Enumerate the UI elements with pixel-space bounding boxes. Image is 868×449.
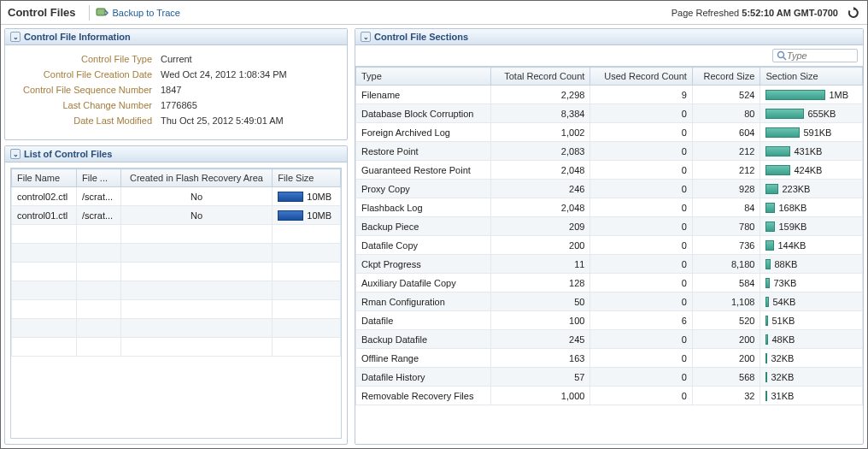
table-row[interactable]: Proxy Copy2460928223KB [356, 180, 863, 198]
cell-used: 0 [590, 104, 693, 123]
info-value: 1847 [161, 85, 181, 95]
cell-ssize: 223KB [760, 180, 863, 198]
panel-title: Control File Sections [374, 32, 468, 42]
table-row[interactable]: Offline Range163020032KB [356, 349, 863, 368]
cell-type: Backup Datafile [356, 330, 491, 349]
table-row[interactable]: Filename2,29895241MB [356, 86, 863, 104]
table-row-empty [12, 338, 341, 357]
cell-rsize: 200 [692, 349, 760, 368]
cell-total: 200 [490, 236, 590, 255]
table-row[interactable]: Flashback Log2,048084168KB [356, 198, 863, 217]
cell-type: Restore Point [356, 142, 491, 161]
table-row-empty [12, 244, 341, 263]
table-row[interactable]: Datafile100652051KB [356, 311, 863, 330]
cell-used: 0 [590, 142, 693, 161]
cell-type: Filename [356, 86, 491, 104]
cell-filename: control01.ctl [12, 206, 77, 225]
cell-type: Datafile Copy [356, 236, 491, 255]
cell-type: Auxiliary Datafile Copy [356, 274, 491, 292]
cell-type: Flashback Log [356, 198, 491, 217]
cell-total: 100 [490, 311, 590, 330]
svg-line-2 [783, 57, 786, 60]
cell-ssize: 168KB [760, 198, 863, 217]
divider [89, 5, 90, 21]
cell-type: Ckpt Progress [356, 255, 491, 274]
cell-size: 10MB [273, 187, 341, 206]
search-icon [777, 50, 787, 61]
cell-type: Backup Piece [356, 217, 491, 236]
cell-type: Database Block Corruption [356, 104, 491, 123]
sections-table[interactable]: TypeTotal Record CountUsed Record CountR… [355, 67, 863, 405]
cell-total: 50 [490, 292, 590, 311]
cell-total: 245 [490, 330, 590, 349]
cell-used: 0 [590, 255, 693, 274]
table-row[interactable]: Foreign Archived Log1,0020604591KB [356, 123, 863, 142]
table-row[interactable]: Datafile History57056832KB [356, 368, 863, 387]
cell-used: 0 [590, 198, 693, 217]
panel-title: Control File Information [24, 32, 131, 42]
cell-total: 128 [490, 274, 590, 292]
cell-rsize: 212 [692, 142, 760, 161]
info-row: Control File TypeCurrent [15, 54, 337, 64]
column-header[interactable]: Total Record Count [490, 68, 590, 86]
table-row[interactable]: Restore Point2,0830212431KB [356, 142, 863, 161]
cell-rsize: 200 [692, 330, 760, 349]
column-header[interactable]: Used Record Count [590, 68, 693, 86]
info-row: Control File Creation DateWed Oct 24, 20… [15, 69, 337, 80]
cell-used: 0 [590, 180, 693, 198]
table-row-empty [12, 319, 341, 338]
cell-type: Rman Configuration [356, 292, 491, 311]
cell-rsize: 780 [692, 217, 760, 236]
info-row: Control File Sequence Number1847 [15, 85, 337, 95]
cell-ssize: 424KB [760, 161, 863, 180]
topbar: Control Files Backup to Trace Page Refre… [1, 1, 867, 25]
cell-used: 0 [590, 161, 693, 180]
cell-ssize: 48KB [760, 330, 863, 349]
cell-total: 2,298 [490, 86, 590, 104]
cell-rsize: 212 [692, 161, 760, 180]
refresh-icon[interactable] [847, 6, 860, 20]
cell-used: 0 [590, 123, 693, 142]
search-input[interactable] [787, 50, 847, 61]
cell-rsize: 8,180 [692, 255, 760, 274]
table-row[interactable]: Removable Recovery Files1,00003231KB [356, 387, 863, 405]
table-row[interactable]: Backup Datafile245020048KB [356, 330, 863, 349]
column-header[interactable]: File Size [273, 169, 341, 187]
column-header[interactable]: Record Size [692, 68, 760, 86]
cell-rsize: 1,108 [692, 292, 760, 311]
collapse-icon[interactable]: ⌄ [361, 32, 371, 42]
cell-type: Datafile History [356, 368, 491, 387]
column-header[interactable]: File ... [77, 169, 121, 187]
info-value: 1776865 [161, 100, 197, 110]
search-box[interactable] [772, 49, 858, 62]
cell-rsize: 80 [692, 104, 760, 123]
control-files-table[interactable]: File NameFile ...Created in Flash Recove… [11, 168, 341, 357]
table-row[interactable]: control02.ctl/scrat...No10MB [12, 187, 341, 206]
cell-ssize: 32KB [760, 368, 863, 387]
table-row[interactable]: Guaranteed Restore Point2,0480212424KB [356, 161, 863, 180]
backup-to-trace-link[interactable]: Backup to Trace [95, 6, 180, 20]
cell-total: 2,083 [490, 142, 590, 161]
cell-type: Proxy Copy [356, 180, 491, 198]
svg-rect-0 [97, 9, 105, 15]
cell-used: 6 [590, 311, 693, 330]
cell-rsize: 928 [692, 180, 760, 198]
info-label: Control File Sequence Number [15, 85, 161, 95]
cell-used: 0 [590, 368, 693, 387]
column-header[interactable]: Section Size [760, 68, 863, 86]
table-row[interactable]: Auxiliary Datafile Copy128058473KB [356, 274, 863, 292]
table-row[interactable]: Rman Configuration5001,10854KB [356, 292, 863, 311]
column-header[interactable]: Type [356, 68, 491, 86]
table-row[interactable]: Backup Piece2090780159KB [356, 217, 863, 236]
table-row[interactable]: Database Block Corruption8,384080655KB [356, 104, 863, 123]
column-header[interactable]: File Name [12, 169, 77, 187]
collapse-icon[interactable]: ⌄ [10, 32, 21, 42]
collapse-icon[interactable]: ⌄ [10, 149, 21, 159]
table-row[interactable]: control01.ctl/scrat...No10MB [12, 206, 341, 225]
info-row: Last Change Number1776865 [15, 100, 337, 110]
table-row[interactable]: Datafile Copy2000736144KB [356, 236, 863, 255]
panel-title: List of Control Files [24, 149, 112, 159]
column-header[interactable]: Created in Flash Recovery Area [120, 169, 273, 187]
cell-ssize: 431KB [760, 142, 863, 161]
table-row[interactable]: Ckpt Progress1108,18088KB [356, 255, 863, 274]
